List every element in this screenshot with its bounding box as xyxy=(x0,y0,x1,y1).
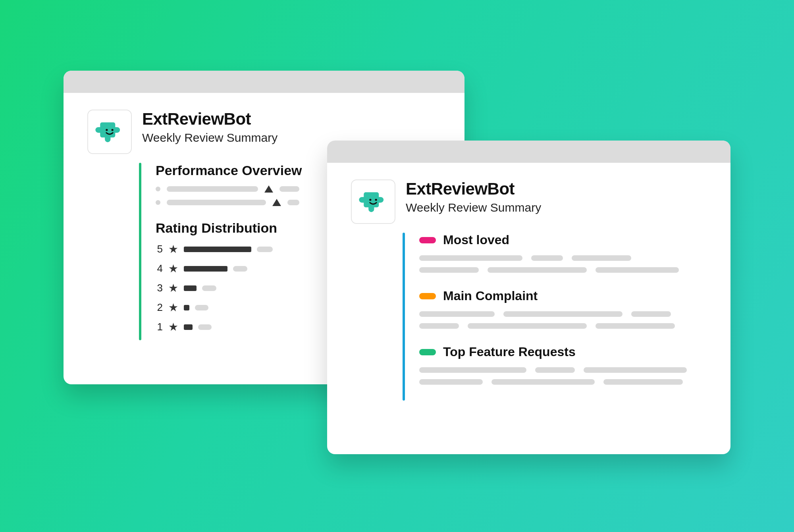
skeleton-text xyxy=(572,255,631,261)
skeleton-text xyxy=(419,323,459,329)
skeleton-text xyxy=(419,255,522,261)
accent-bar xyxy=(403,233,405,401)
skeleton-text xyxy=(287,200,299,205)
skeleton-text xyxy=(596,267,679,273)
insight-feature-requests: Top Feature Requests xyxy=(419,345,707,385)
rating-number: 2 xyxy=(156,301,163,314)
header: ExtReviewBot Weekly Review Summary xyxy=(351,179,707,224)
insight-main-complaint: Main Complaint xyxy=(419,289,707,329)
skeleton-text xyxy=(167,200,266,205)
skeleton-text xyxy=(584,367,687,373)
skeleton-text xyxy=(531,255,563,261)
skeleton-text xyxy=(631,311,671,317)
app-title: ExtReviewBot xyxy=(406,179,541,199)
rating-count-pill xyxy=(202,285,216,291)
rating-bar xyxy=(184,305,189,310)
skeleton-text xyxy=(535,367,575,373)
skeleton-text xyxy=(603,379,683,385)
rating-bar xyxy=(184,324,193,330)
insight-title: Top Feature Requests xyxy=(443,345,576,359)
skeleton-text xyxy=(419,267,479,273)
rating-count-pill xyxy=(198,324,212,330)
rating-number: 3 xyxy=(156,282,163,294)
bullet-icon xyxy=(156,200,160,205)
rating-number: 1 xyxy=(156,321,163,333)
app-icon xyxy=(87,110,132,154)
rating-bar xyxy=(184,285,197,291)
triangle-up-icon xyxy=(264,185,273,193)
skeleton-text xyxy=(419,311,495,317)
rating-bar xyxy=(184,247,251,252)
skeleton-text xyxy=(488,267,587,273)
rating-count-pill xyxy=(195,305,208,310)
category-pill-icon xyxy=(419,293,436,299)
rating-bar xyxy=(184,266,227,272)
bullet-icon xyxy=(156,187,160,191)
summary-window-right: ExtReviewBot Weekly Review Summary Most … xyxy=(327,141,730,454)
rating-count-pill xyxy=(233,266,247,272)
app-icon xyxy=(351,179,395,224)
skeleton-text xyxy=(419,379,483,385)
skeleton-text xyxy=(596,323,675,329)
star-icon: ★ xyxy=(168,322,178,333)
star-icon: ★ xyxy=(168,283,178,294)
star-icon: ★ xyxy=(168,302,178,313)
star-icon: ★ xyxy=(168,263,178,274)
rating-count-pill xyxy=(257,247,273,252)
window-titlebar xyxy=(327,141,730,163)
skeleton-text xyxy=(167,186,258,192)
insight-title: Main Complaint xyxy=(443,289,538,303)
svg-point-1 xyxy=(112,129,114,131)
insight-most-loved: Most loved xyxy=(419,233,707,273)
skeleton-text xyxy=(279,186,299,192)
category-pill-icon xyxy=(419,349,436,355)
skeleton-text xyxy=(419,367,526,373)
insight-title: Most loved xyxy=(443,233,509,247)
rating-number: 5 xyxy=(156,243,163,255)
app-subtitle: Weekly Review Summary xyxy=(406,201,541,214)
svg-point-3 xyxy=(375,199,377,201)
app-subtitle: Weekly Review Summary xyxy=(142,131,278,145)
skeleton-text xyxy=(468,323,587,329)
svg-point-0 xyxy=(106,129,108,131)
skeleton-text xyxy=(503,311,622,317)
puzzle-piece-icon xyxy=(358,187,388,217)
triangle-up-icon xyxy=(272,199,281,206)
rating-number: 4 xyxy=(156,262,163,275)
puzzle-piece-icon xyxy=(94,117,125,147)
skeleton-text xyxy=(491,379,595,385)
accent-bar xyxy=(139,163,141,340)
app-title: ExtReviewBot xyxy=(142,110,278,129)
star-icon: ★ xyxy=(168,244,178,255)
category-pill-icon xyxy=(419,237,436,243)
window-titlebar xyxy=(64,71,464,93)
svg-point-2 xyxy=(369,199,371,201)
